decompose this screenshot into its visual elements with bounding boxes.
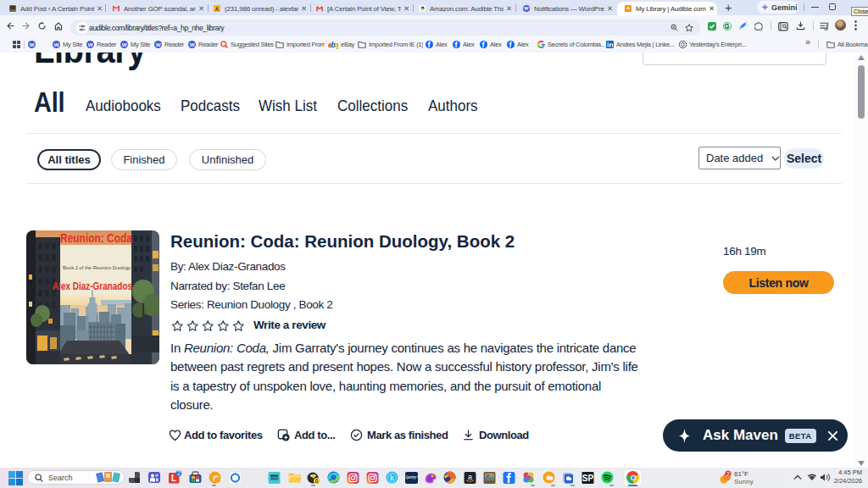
svg-text:k: k [390,474,394,482]
svg-text:W: W [54,42,59,47]
svg-text:SP: SP [582,474,594,483]
svg-text:Disney+: Disney+ [404,474,419,480]
svg-text:W: W [30,42,35,47]
svg-text:Alex Diaz-Granados: Alex Diaz-Granados [53,280,132,292]
svg-text:Book 2 of the Reunion Duology: Book 2 of the Reunion Duology [63,265,131,270]
svg-text:W: W [88,42,93,47]
svg-text:W: W [122,42,127,47]
svg-text:Reunion: Coda: Reunion: Coda [60,231,132,245]
svg-text:a: a [468,473,472,481]
svg-text:2: 2 [726,471,730,477]
svg-text:W: W [190,42,195,47]
svg-text:W: W [156,42,161,47]
svg-text:L: L [171,474,176,483]
svg-text:y: y [336,41,338,49]
svg-text:2: 2 [177,470,181,476]
svg-text:6: 6 [315,478,319,484]
